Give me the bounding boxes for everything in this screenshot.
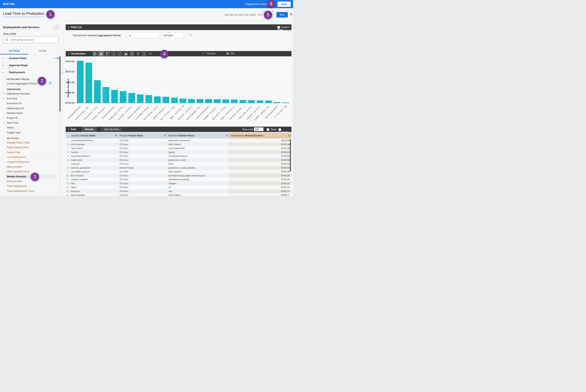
line-chart-icon[interactable]: [117, 51, 123, 56]
sidebar-item-current-aggregation-period[interactable]: Current Aggregation Period: [0, 81, 63, 86]
bar-4[interactable]: [103, 87, 109, 103]
results-tab[interactable]: Results: [81, 127, 97, 132]
bar-2[interactable]: [85, 63, 92, 103]
column-header-median-duration[interactable]: Deployments Median Duration ↓⚙: [229, 133, 291, 138]
sidebar-item-pipeline-name[interactable]: Pipeline Name: [0, 111, 63, 116]
bar-19[interactable]: [231, 100, 238, 103]
table-scrollbar-thumb[interactable]: [290, 139, 291, 172]
table-row-11[interactable]: 11sample-containerCD 2023dbothwell-ecs-t…: [66, 178, 291, 182]
table-row-3[interactable]: 3Tanzu demoCD DocsTanzu Quickstart00:01:…: [66, 146, 291, 150]
bar-chart-icon[interactable]: [104, 51, 111, 56]
filters-section-header[interactable]: ▼ Filters (1) Custom Filter: [66, 24, 291, 30]
gear-icon[interactable]: ⚙: [163, 133, 166, 138]
bar-15[interactable]: [197, 99, 203, 103]
filter-by-field-button[interactable]: [47, 81, 53, 86]
bar-10[interactable]: [154, 96, 161, 103]
sidebar-item-end-time[interactable]: ▸End Time: [0, 96, 63, 101]
forecast-button[interactable]: Forecast: [202, 52, 215, 55]
subtotals-checkbox[interactable]: [279, 128, 281, 131]
table-icon[interactable]: [91, 51, 98, 56]
single-value-icon[interactable]: 6: [141, 51, 147, 56]
bar-16[interactable]: [205, 99, 212, 103]
sidebar-item-custom-fields[interactable]: ▸Custom Fields+ Add: [0, 55, 63, 62]
totals-checkbox[interactable]: [267, 128, 269, 131]
tile-title-input[interactable]: Lead Time to Production: [3, 12, 44, 17]
bar-12[interactable]: [171, 98, 178, 103]
area-chart-icon[interactable]: [123, 51, 129, 56]
bar-7[interactable]: [128, 93, 135, 103]
sidebar-item-organization-id[interactable]: Organization ID: [0, 106, 63, 111]
bar-14[interactable]: [188, 99, 195, 103]
add-calculation-button[interactable]: Add calculation: [101, 128, 122, 132]
bar-24[interactable]: [274, 102, 280, 103]
column-header-project-name[interactable]: Projects Project Name⚙: [118, 133, 167, 138]
bar-3[interactable]: [94, 80, 101, 103]
bar-9[interactable]: [145, 95, 152, 103]
tab-all-fields[interactable]: All Fields: [0, 48, 28, 54]
filter-operator-select[interactable]: is: [127, 32, 159, 38]
table-row-7[interactable]: 7local-sshCD Docslocal00:00:42: [66, 162, 291, 166]
table-row-14[interactable]: 14local-sshCD Docsexp00:00:17: [66, 189, 291, 193]
table-row-4[interactable]: 4TweetyCD Docstweety00:01:07: [66, 150, 291, 154]
bar-17[interactable]: [214, 99, 220, 103]
remove-filter-icon[interactable]: ×: [190, 33, 191, 37]
collapse-sidebar-icon[interactable]: ‹: [54, 25, 59, 30]
bar-18[interactable]: [222, 100, 229, 103]
caret-down-icon[interactable]: ▾: [3, 69, 3, 76]
bar-13[interactable]: [179, 99, 186, 103]
bar-22[interactable]: [257, 100, 263, 103]
bar-5[interactable]: [111, 90, 118, 103]
sidebar-scrollbar-thumb[interactable]: [59, 56, 61, 112]
row-limit-input[interactable]: [254, 128, 263, 131]
pie-chart-icon[interactable]: [129, 51, 135, 56]
sidebar-item-project-id[interactable]: Project ID: [0, 116, 63, 120]
sidebar-item-failure-rate[interactable]: Failure Rate: [0, 150, 63, 155]
sidebar-item-deployment-duration[interactable]: ▸Deployment Duration: [0, 91, 63, 96]
more-options-icon[interactable]: •••: [147, 51, 153, 56]
sidebar-item-failed-deployments[interactable]: Failed Deployments: [0, 145, 63, 150]
table-row-5[interactable]: 5myGrafanaInstanceCD 2023cd-manifest-tut…: [66, 154, 291, 158]
sidebar-item-mean-duration-trend[interactable]: Mean duration trend: [0, 169, 63, 174]
caret-right-icon[interactable]: ▸: [4, 91, 5, 96]
scatter-icon[interactable]: [111, 51, 117, 56]
caret-right-icon[interactable]: ▸: [4, 96, 5, 101]
column-header-service-name[interactable]: Services Service Name⚙: [69, 133, 118, 138]
bar-8[interactable]: [137, 94, 143, 103]
bar-1[interactable]: [77, 61, 83, 103]
caret-right-icon[interactable]: ▸: [4, 120, 5, 125]
table-row-12[interactable]: 12devCD DocsTriggers00:00:22: [66, 182, 291, 186]
filter-value-input[interactable]: Last year: [161, 32, 184, 38]
sidebar-item-approval-stage[interactable]: ▸Approval Stage: [0, 62, 63, 69]
gear-icon[interactable]: ⚙: [226, 133, 228, 138]
table-row-10[interactable]: 10ECS TutorialCD Docsdbothwell-deploy-al…: [66, 174, 291, 178]
explore-from-here-button[interactable]: Explore from Here: [246, 3, 266, 6]
table-row-9[interactable]: 9my-wildfly-instanceCD 2023helm-pipeline…: [66, 170, 291, 174]
custom-filter-checkbox[interactable]: [277, 26, 280, 28]
search-input[interactable]: [10, 37, 57, 43]
data-section-header[interactable]: ▼ Data Results Add calculation Row Limit…: [66, 127, 291, 132]
sidebar-item-start-time[interactable]: ▸Start Time: [0, 120, 63, 125]
custom-filter-toggle[interactable]: Custom Filter: [277, 26, 291, 31]
gear-icon[interactable]: ⚙: [288, 133, 291, 138]
table-row-2[interactable]: 2ASG ExampleCD DocsASG Canary00:02:48: [66, 142, 291, 146]
gear-icon[interactable]: ⚙: [115, 133, 117, 138]
map-pin-icon[interactable]: [135, 51, 141, 56]
bar-20[interactable]: [239, 100, 246, 103]
caret-right-icon[interactable]: ▸: [3, 55, 3, 62]
bar-23[interactable]: [265, 100, 272, 103]
chevron-down-icon[interactable]: ▼: [272, 10, 274, 12]
tab-in-use[interactable]: In Use: [28, 48, 57, 54]
sidebar-item-execution-url[interactable]: Execution Url: [0, 101, 63, 106]
sidebar-item-success-rate[interactable]: Success Rate: [0, 179, 63, 184]
table-row-15[interactable]: 15ASG ExampleCD DocsASG Rolling00:00:17: [66, 193, 291, 196]
sidebar-item-total-deployments[interactable]: Total Deployments: [0, 184, 63, 188]
caret-right-icon[interactable]: ▸: [3, 62, 3, 69]
bar-6[interactable]: [120, 91, 126, 103]
table-row-1[interactable]: 1cicdTutorialHelloWorldCD 2023dbothwell-…: [66, 138, 291, 142]
sidebar-item-mean-duration[interactable]: Mean duration: [0, 164, 63, 169]
viz-edit-button[interactable]: Edit: [226, 52, 234, 55]
table-row-6[interactable]: 6KubernetesCD Docskubernetes_demo00:00:5…: [66, 158, 291, 162]
run-button[interactable]: Run: [276, 12, 288, 18]
table-row-8[interactable]: 8harness_guestbookDefault Projectguestbo…: [66, 166, 291, 170]
save-button[interactable]: Save: [278, 2, 291, 7]
